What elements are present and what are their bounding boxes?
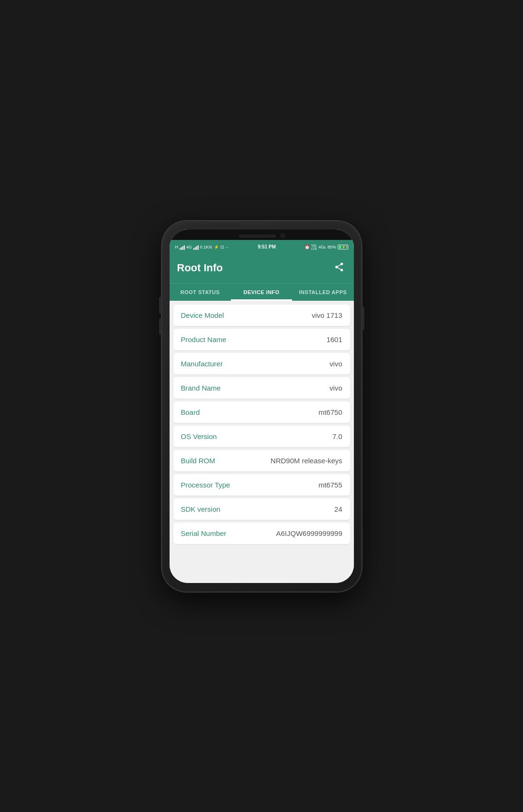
info-value: vivo: [330, 384, 342, 392]
info-label: SDK version: [181, 505, 220, 513]
info-card: OS Version7.0: [173, 426, 350, 447]
speaker-grille: [238, 234, 276, 238]
info-value: NRD90M release-keys: [271, 457, 342, 465]
status-time: 9:51 PM: [258, 244, 276, 249]
tab-root-status[interactable]: ROOT STATUS: [170, 284, 231, 301]
volume-down-button[interactable]: [159, 318, 162, 335]
info-card: Device Modelvivo 1713: [173, 305, 350, 326]
status-right-indicators: ⏰ VoLLTE 4G₂ 85% ⚡: [304, 244, 348, 250]
battery-percent: 85%: [327, 245, 336, 249]
nfc-icon: ⊡: [220, 245, 224, 249]
status-bar: H 4G 0.1K/s ⚡ ⊡ ···: [170, 240, 354, 253]
info-value: mt6750: [318, 408, 342, 416]
content-area: Device Modelvivo 1713Product Name1601Man…: [170, 301, 354, 583]
front-camera: [280, 233, 285, 238]
share-button[interactable]: [332, 260, 346, 277]
info-card: Build ROMNRD90M release-keys: [173, 450, 350, 471]
info-card: Serial NumberA6IJQW6999999999: [173, 523, 350, 544]
info-card: Brand Namevivo: [173, 377, 350, 399]
info-label: OS Version: [181, 432, 217, 440]
phone-frame: H 4G 0.1K/s ⚡ ⊡ ···: [162, 221, 361, 592]
info-card: Manufacturervivo: [173, 353, 350, 374]
volte-indicator: VoLLTE: [311, 244, 317, 250]
info-card: Boardmt6750: [173, 401, 350, 423]
info-card: Product Name1601: [173, 329, 350, 350]
signal-bars-1: [180, 244, 185, 250]
alarm-icon: ⏰: [304, 245, 310, 249]
info-value: vivo 1713: [312, 311, 342, 319]
data-speed: 0.1K/s: [200, 245, 212, 249]
app-title: Root Info: [177, 262, 223, 274]
info-card: Processor Typemt6755: [173, 474, 350, 496]
h-indicator: H: [175, 245, 179, 249]
info-label: Product Name: [181, 335, 227, 344]
tabs-bar: ROOT STATUS DEVICE INFO INSTALLED APPS: [170, 283, 354, 301]
usb-icon: ⚡: [214, 245, 219, 249]
phone-top-notch: [170, 229, 354, 240]
info-label: Serial Number: [181, 529, 227, 537]
4g2-indicator: 4G₂: [318, 245, 326, 249]
info-value: A6IJQW6999999999: [276, 529, 342, 537]
info-value: mt6755: [318, 481, 342, 489]
info-label: Board: [181, 408, 200, 416]
app-bar: Root Info: [170, 253, 354, 283]
info-value: 7.0: [333, 432, 342, 440]
info-value: 1601: [326, 335, 342, 344]
tab-installed-apps[interactable]: INSTALLED APPS: [292, 284, 353, 301]
4g-indicator: 4G: [186, 245, 192, 249]
more-icons: ···: [226, 245, 229, 249]
info-label: Device Model: [181, 311, 224, 319]
info-card: SDK version24: [173, 498, 350, 520]
info-label: Processor Type: [181, 481, 230, 489]
battery-icon: ⚡: [338, 245, 348, 249]
info-value: 24: [334, 505, 342, 513]
info-label: Brand Name: [181, 384, 221, 392]
share-icon: [334, 262, 344, 272]
signal-bars-2: [193, 244, 199, 250]
tab-device-info[interactable]: DEVICE INFO: [231, 284, 292, 301]
info-label: Build ROM: [181, 457, 216, 465]
info-value: vivo: [330, 360, 342, 368]
status-left-indicators: H 4G 0.1K/s ⚡ ⊡ ···: [175, 244, 229, 250]
info-label: Manufacturer: [181, 360, 223, 368]
power-button[interactable]: [362, 306, 364, 330]
volume-up-button[interactable]: [159, 297, 162, 314]
phone-screen: H 4G 0.1K/s ⚡ ⊡ ···: [170, 229, 354, 583]
charging-bolt: ⚡: [342, 245, 346, 249]
